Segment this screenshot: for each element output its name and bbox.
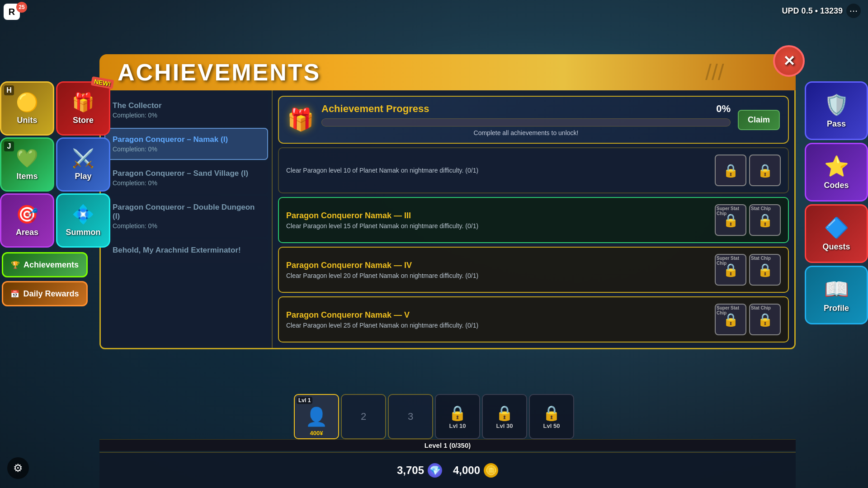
char-slot-6[interactable]: 🔒 Lvl 50	[529, 394, 574, 439]
store-icon: 🎁	[72, 92, 94, 113]
areas-label: Areas	[16, 228, 38, 237]
ach-row-2: Paragon Conqueror Namak — IV Clear Parag…	[278, 247, 789, 293]
list-item-arachnid[interactable]: Behold, My Arachnid Exterminator!	[104, 239, 268, 263]
lock-icon: 🔒	[757, 163, 773, 178]
list-item-title-2: Paragon Conqueror – Sand Village (I)	[113, 169, 260, 178]
char-slot-2[interactable]: 2	[341, 394, 386, 439]
items-icon: 💚	[16, 148, 38, 169]
char-slot-3[interactable]: 3	[388, 394, 433, 439]
sidebar-item-profile[interactable]: 📖 Profile	[805, 266, 868, 324]
right-sidebar: 🛡️ Pass ⭐ Codes 🔷 Quests 📖 Profile	[805, 81, 868, 324]
sidebar-item-pass[interactable]: 🛡️ Pass	[805, 81, 868, 140]
currency-display: 3,705 💎 4,000 🪙	[99, 461, 796, 478]
sidebar-item-units[interactable]: H 🟡 Units	[0, 81, 54, 136]
coin-icon: 🪙	[484, 463, 498, 478]
sidebar-item-items[interactable]: J 💚 Items	[0, 137, 54, 192]
achievements-button[interactable]: 🏆 Achievements	[2, 252, 88, 277]
lock-icon-1-1: 🔒	[757, 213, 773, 228]
ach-row-0-info: Clear Paragon level 10 of Planet Namak o…	[286, 167, 709, 174]
reward-chip-1-1: Stat Chip 🔒	[749, 204, 781, 236]
left-sidebar: H 🟡 Units NEW! 🎁 Store J 💚 Items ⚔️ Play…	[0, 81, 110, 306]
ach-row-2-desc: Clear Paragon level 20 of Planet Namak o…	[286, 272, 709, 279]
ach-row-1-title: Paragon Conqueror Namak — III	[286, 211, 709, 221]
list-item-collector[interactable]: The Collector Completion: 0%	[104, 94, 268, 126]
chip-label-1-0: Super Stat Chip	[717, 206, 745, 216]
chip-label-3-0: Super Stat Chip	[717, 305, 745, 315]
gems-value: 3,705	[397, 464, 424, 477]
quests-icon: 🔷	[824, 216, 849, 239]
list-item-title-4: Behold, My Arachnid Exterminator!	[113, 246, 260, 255]
pass-label: Pass	[827, 119, 846, 129]
ach-row-1-desc: Clear Paragon level 15 of Planet Namak o…	[286, 222, 709, 230]
codes-icon: ⭐	[824, 155, 849, 178]
notification-badge: 25	[16, 2, 27, 13]
list-item-sand-village[interactable]: Paragon Conqueror – Sand Village (I) Com…	[104, 162, 268, 194]
lock-level-slot6: Lvl 50	[543, 422, 560, 429]
ach-row-3-rewards: Super Stat Chip 🔒 Stat Chip 🔒	[715, 304, 781, 335]
summon-label: Summon	[66, 228, 100, 237]
list-item-double-dungeon[interactable]: Paragon Conqueror – Double Dungeon (I) C…	[104, 196, 268, 237]
daily-rewards-icon: 📅	[10, 290, 19, 298]
achievement-detail: 🎁 Achievement Progress 0% Complete all a…	[273, 90, 794, 348]
reward-chip-3-1: Stat Chip 🔒	[749, 304, 781, 335]
char-slot-4[interactable]: 🔒 Lvl 10	[435, 394, 480, 439]
sidebar-item-quests[interactable]: 🔷 Quests	[805, 204, 868, 263]
claim-button[interactable]: Claim	[738, 110, 780, 130]
ach-row-2-rewards: Super Stat Chip 🔒 Stat Chip 🔒	[715, 254, 781, 286]
ach-row-3-info: Paragon Conqueror Namak — V Clear Parago…	[286, 310, 709, 329]
progress-bar-bg	[321, 118, 731, 127]
lock-icon-slot6: 🔒	[542, 404, 561, 422]
lock-icon: 🔒	[723, 163, 739, 178]
chip-label-3-1: Stat Chip	[751, 305, 771, 310]
daily-rewards-button[interactable]: 📅 Daily Rewards	[2, 281, 88, 306]
ach-row-0: Clear Paragon level 10 of Planet Namak o…	[278, 147, 789, 193]
play-label: Play	[75, 172, 91, 181]
sidebar-item-store[interactable]: NEW! 🎁 Store	[56, 81, 110, 136]
progress-title-row: Achievement Progress 0%	[321, 103, 731, 115]
list-item-namak-1[interactable]: Paragon Conqueror – Namak (I) Completion…	[104, 128, 268, 160]
ach-row-1-rewards: Super Stat Chip 🔒 Stat Chip 🔒	[715, 204, 781, 236]
lock-level-slot4: Lvl 10	[449, 422, 466, 429]
quests-label: Quests	[822, 242, 850, 252]
sidebar-item-summon[interactable]: 💠 Summon	[56, 193, 110, 248]
lock-icon-slot4: 🔒	[448, 404, 467, 422]
menu-dots-button[interactable]: ···	[846, 4, 861, 18]
gems-display: 3,705 💎	[397, 463, 442, 478]
profile-label: Profile	[824, 304, 849, 313]
achievements-icon: 🏆	[11, 261, 20, 269]
coins-value: 4,000	[453, 464, 480, 477]
nav-row-3: 🎯 Areas 💠 Summon	[0, 193, 110, 248]
char-slot-5[interactable]: 🔒 Lvl 30	[482, 394, 527, 439]
settings-button[interactable]: ⚙	[7, 457, 29, 479]
achievements-panel: ACHIEVEMENTS /// ✕ The Collector Complet…	[99, 54, 796, 452]
ach-row-2-info: Paragon Conqueror Namak — IV Clear Parag…	[286, 261, 709, 279]
ach-row-3-desc: Clear Paragon level 25 of Planet Namak o…	[286, 322, 709, 329]
reward-chip-2-0: Super Stat Chip 🔒	[715, 254, 746, 286]
nav-row-2: J 💚 Items ⚔️ Play	[0, 137, 110, 192]
version-label: UPD 0.5 • 13239	[782, 6, 843, 16]
lock-icon-3-1: 🔒	[757, 312, 773, 327]
units-label: Units	[17, 116, 38, 125]
slot-2-num: 2	[361, 411, 366, 422]
list-item-completion-3: Completion: 0%	[113, 222, 260, 230]
list-item-title-0: The Collector	[113, 101, 260, 110]
close-button[interactable]: ✕	[773, 45, 805, 77]
chip-label-2-1: Stat Chip	[751, 256, 771, 261]
slot-1-level: Lvl 1	[297, 397, 312, 404]
lock-icon-slot5: 🔒	[495, 404, 514, 422]
bottom-bar: 3,705 💎 4,000 🪙	[99, 452, 796, 488]
list-item-title-1: Paragon Conqueror – Namak (I)	[113, 135, 260, 144]
sidebar-item-play[interactable]: ⚔️ Play	[56, 137, 110, 192]
reward-chip-3-0: Super Stat Chip 🔒	[715, 304, 746, 335]
progress-title: Achievement Progress	[321, 103, 429, 115]
ach-row-0-rewards: 🔒 🔒	[715, 155, 781, 186]
panel-header: ACHIEVEMENTS /// ✕	[99, 54, 796, 90]
sidebar-item-areas[interactable]: 🎯 Areas	[0, 193, 54, 248]
ach-row-0-desc: Clear Paragon level 10 of Planet Namak o…	[286, 167, 709, 174]
xp-bar-label: Level 1 (0/350)	[425, 441, 471, 449]
sidebar-item-codes[interactable]: ⭐ Codes	[805, 143, 868, 202]
lock-icon-2-1: 🔒	[757, 263, 773, 277]
store-label: Store	[73, 116, 94, 125]
char-slot-1[interactable]: Lvl 1 👤 400¥	[294, 394, 339, 439]
char-slots: Lvl 1 👤 400¥ 2 3 🔒 Lvl 10 🔒 Lvl 30 🔒 Lvl…	[294, 394, 574, 439]
